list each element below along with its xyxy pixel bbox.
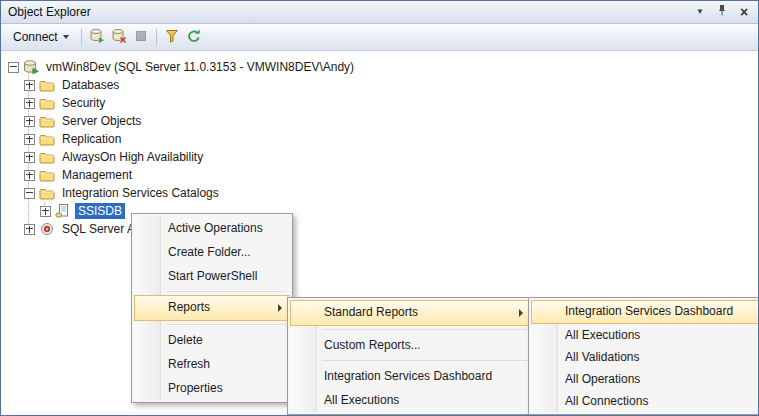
window-menu-button[interactable]: ▼ <box>690 4 710 21</box>
expand-toggle[interactable] <box>24 134 35 145</box>
expand-toggle[interactable] <box>24 152 35 163</box>
tree-item-label: AlwaysOn High Availability <box>59 149 206 165</box>
folder-icon <box>39 186 55 200</box>
titlebar-buttons: ▼ × <box>688 4 754 21</box>
menu-item-all-executions[interactable]: All Executions <box>531 324 759 346</box>
context-menu-ssisdb: Active Operations Create Folder... Start… <box>131 213 293 403</box>
object-explorer-panel: Object Explorer ▼ × Connect <box>0 0 759 416</box>
menu-item-properties[interactable]: Properties <box>134 376 290 400</box>
tree-item-label: Databases <box>59 77 122 93</box>
titlebar: Object Explorer ▼ × <box>1 1 758 24</box>
tree-item-label: Management <box>59 167 135 183</box>
auto-hide-pin-button[interactable] <box>712 4 732 21</box>
toolbar: Connect <box>1 24 758 51</box>
pin-icon <box>717 5 727 19</box>
menu-item-label: Reports <box>168 300 210 314</box>
expand-toggle[interactable] <box>40 206 51 217</box>
tree-item-alwayson[interactable]: AlwaysOn High Availability <box>1 148 758 166</box>
folder-icon <box>39 78 55 92</box>
standard-reports-submenu: Integration Services Dashboard All Execu… <box>528 297 759 415</box>
expand-toggle[interactable] <box>24 116 35 127</box>
collapse-toggle[interactable] <box>24 188 35 199</box>
menu-item-integration-services-dashboard[interactable]: Integration Services Dashboard <box>531 300 759 324</box>
tree-item-label: vmWin8Dev (SQL Server 11.0.3153 - VMWIN8… <box>43 59 357 75</box>
menu-item-refresh[interactable]: Refresh <box>134 352 290 376</box>
tree-item-label: Integration Services Catalogs <box>59 185 222 201</box>
connect-label: Connect <box>13 30 58 44</box>
panel-title: Object Explorer <box>5 5 688 19</box>
menu-separator <box>322 329 527 330</box>
stop-button[interactable] <box>130 27 152 47</box>
collapse-toggle[interactable] <box>8 62 19 73</box>
sql-server-icon <box>23 60 39 74</box>
connect-icon <box>89 28 105 47</box>
menu-item-active-operations[interactable]: Active Operations <box>134 216 290 240</box>
tree-item-replication[interactable]: Replication <box>1 130 758 148</box>
menu-separator <box>166 324 286 325</box>
stop-icon <box>133 28 149 47</box>
tree-item-label: Security <box>59 95 108 111</box>
tree-item-security[interactable]: Security <box>1 94 758 112</box>
tree-item-ssisdb[interactable]: SSISDB <box>1 202 758 220</box>
menu-item-delete[interactable]: Delete <box>134 328 290 352</box>
connect-database-button[interactable] <box>86 27 108 47</box>
tree-item-label: Replication <box>59 131 124 147</box>
chevron-down-icon <box>63 35 69 39</box>
menu-item-integration-services-dashboard[interactable]: Integration Services Dashboard <box>290 364 531 388</box>
tree-item-server[interactable]: vmWin8Dev (SQL Server 11.0.3153 - VMWIN8… <box>1 58 758 76</box>
filter-icon <box>164 28 180 47</box>
tree-item-management[interactable]: Management <box>1 166 758 184</box>
menu-item-all-validations[interactable]: All Validations <box>531 346 759 368</box>
connect-button[interactable]: Connect <box>5 27 77 48</box>
close-button[interactable]: × <box>734 4 754 21</box>
close-icon: × <box>740 5 748 19</box>
folder-icon <box>39 132 55 146</box>
tree-item-label: Server Objects <box>59 113 144 129</box>
disconnect-icon <box>111 28 127 47</box>
menu-item-all-operations[interactable]: All Operations <box>531 368 759 390</box>
tree-item-sql-server-agent[interactable]: SQL Server Agent <box>1 220 758 238</box>
tree-item-server-objects[interactable]: Server Objects <box>1 112 758 130</box>
folder-icon <box>39 114 55 128</box>
filter-button[interactable] <box>161 27 183 47</box>
refresh-icon <box>186 28 202 47</box>
tree-item-databases[interactable]: Databases <box>1 76 758 94</box>
expand-toggle[interactable] <box>24 98 35 109</box>
chevron-down-icon: ▼ <box>696 8 704 16</box>
folder-icon <box>39 150 55 164</box>
menu-separator <box>322 360 527 361</box>
disconnect-button[interactable] <box>108 27 130 47</box>
folder-icon <box>39 168 55 182</box>
tree-item-integration-services-catalogs[interactable]: Integration Services Catalogs <box>1 184 758 202</box>
menu-item-all-executions[interactable]: All Executions <box>290 388 531 412</box>
menu-item-standard-reports[interactable]: Standard Reports <box>290 300 531 326</box>
toolbar-separator <box>81 29 82 45</box>
toolbar-separator <box>156 29 157 45</box>
folder-icon <box>39 96 55 110</box>
ssisdb-icon <box>55 204 71 218</box>
menu-item-start-powershell[interactable]: Start PowerShell <box>134 264 290 288</box>
menu-item-label: Standard Reports <box>324 305 418 319</box>
submenu-arrow-icon <box>519 309 523 317</box>
sql-server-agent-icon <box>39 222 55 236</box>
menu-separator <box>166 291 286 292</box>
tree-item-label: SSISDB <box>75 203 125 219</box>
menu-item-reports[interactable]: Reports <box>134 295 290 321</box>
expand-toggle[interactable] <box>24 224 35 235</box>
reports-submenu: Standard Reports Custom Reports... Integ… <box>287 297 534 415</box>
menu-item-custom-reports[interactable]: Custom Reports... <box>290 333 531 357</box>
menu-item-all-connections[interactable]: All Connections <box>531 390 759 412</box>
menu-item-create-folder[interactable]: Create Folder... <box>134 240 290 264</box>
refresh-button[interactable] <box>183 27 205 47</box>
submenu-arrow-icon <box>278 304 282 312</box>
expand-toggle[interactable] <box>24 80 35 91</box>
expand-toggle[interactable] <box>24 170 35 181</box>
